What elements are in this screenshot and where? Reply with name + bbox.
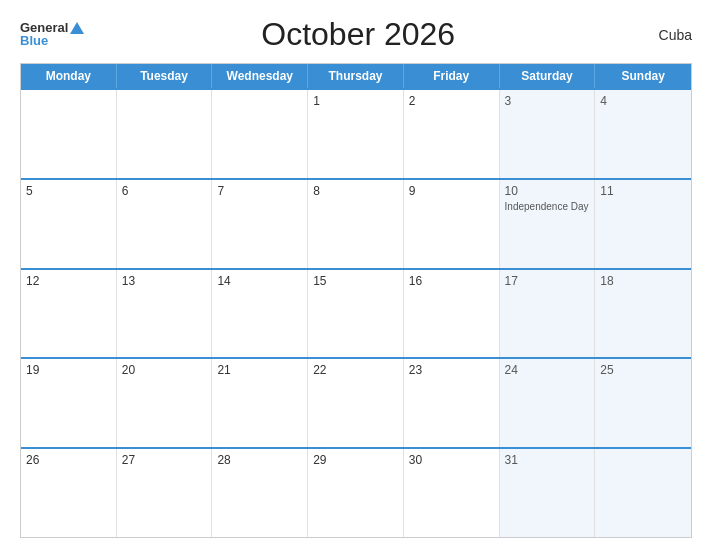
calendar-week-5: 262728293031 <box>21 447 691 537</box>
day-of-week-thursday: Thursday <box>308 64 404 88</box>
day-number: 1 <box>313 94 398 108</box>
day-number: 18 <box>600 274 686 288</box>
day-number: 8 <box>313 184 398 198</box>
day-of-week-saturday: Saturday <box>500 64 596 88</box>
calendar-cell-3: 3 <box>500 90 596 178</box>
calendar-cell-24: 24 <box>500 359 596 447</box>
day-number: 7 <box>217 184 302 198</box>
calendar-cell-12: 12 <box>21 270 117 358</box>
day-of-week-sunday: Sunday <box>595 64 691 88</box>
calendar-cell-11: 11 <box>595 180 691 268</box>
calendar-cell-empty <box>212 90 308 178</box>
calendar-cell-1: 1 <box>308 90 404 178</box>
day-number: 12 <box>26 274 111 288</box>
day-number: 20 <box>122 363 207 377</box>
calendar-header: MondayTuesdayWednesdayThursdayFridaySatu… <box>21 64 691 88</box>
calendar-cell-4: 4 <box>595 90 691 178</box>
calendar-cell-13: 13 <box>117 270 213 358</box>
day-number: 28 <box>217 453 302 467</box>
day-number: 24 <box>505 363 590 377</box>
calendar-cell-15: 15 <box>308 270 404 358</box>
calendar-cell-17: 17 <box>500 270 596 358</box>
day-number: 4 <box>600 94 686 108</box>
calendar-cell-6: 6 <box>117 180 213 268</box>
day-number: 17 <box>505 274 590 288</box>
calendar-cell-empty <box>117 90 213 178</box>
logo-blue-text: Blue <box>20 34 84 48</box>
calendar-cell-21: 21 <box>212 359 308 447</box>
calendar-cell-20: 20 <box>117 359 213 447</box>
day-number: 11 <box>600 184 686 198</box>
calendar-cell-22: 22 <box>308 359 404 447</box>
calendar-body: 12345678910Independence Day1112131415161… <box>21 88 691 537</box>
day-number: 3 <box>505 94 590 108</box>
day-number: 15 <box>313 274 398 288</box>
day-of-week-friday: Friday <box>404 64 500 88</box>
logo: General Blue <box>20 21 84 48</box>
day-number: 19 <box>26 363 111 377</box>
calendar-grid: MondayTuesdayWednesdayThursdayFridaySatu… <box>20 63 692 538</box>
calendar-cell-empty <box>21 90 117 178</box>
calendar-cell-28: 28 <box>212 449 308 537</box>
calendar-cell-26: 26 <box>21 449 117 537</box>
day-number: 14 <box>217 274 302 288</box>
event-label: Independence Day <box>505 201 590 213</box>
day-number: 27 <box>122 453 207 467</box>
page-header: General Blue October 2026 Cuba <box>20 16 692 53</box>
day-number: 5 <box>26 184 111 198</box>
calendar-cell-29: 29 <box>308 449 404 537</box>
calendar-cell-empty <box>595 449 691 537</box>
day-number: 25 <box>600 363 686 377</box>
day-number: 13 <box>122 274 207 288</box>
calendar-page: General Blue October 2026 Cuba MondayTue… <box>0 0 712 550</box>
day-of-week-monday: Monday <box>21 64 117 88</box>
calendar-cell-25: 25 <box>595 359 691 447</box>
calendar-cell-7: 7 <box>212 180 308 268</box>
calendar-cell-31: 31 <box>500 449 596 537</box>
day-number: 23 <box>409 363 494 377</box>
calendar-cell-14: 14 <box>212 270 308 358</box>
calendar-cell-5: 5 <box>21 180 117 268</box>
day-number: 2 <box>409 94 494 108</box>
calendar-week-2: 5678910Independence Day11 <box>21 178 691 268</box>
day-of-week-tuesday: Tuesday <box>117 64 213 88</box>
calendar-cell-18: 18 <box>595 270 691 358</box>
calendar-week-3: 12131415161718 <box>21 268 691 358</box>
day-number: 29 <box>313 453 398 467</box>
day-of-week-wednesday: Wednesday <box>212 64 308 88</box>
day-number: 9 <box>409 184 494 198</box>
day-number: 31 <box>505 453 590 467</box>
day-number: 6 <box>122 184 207 198</box>
calendar-cell-30: 30 <box>404 449 500 537</box>
day-number: 26 <box>26 453 111 467</box>
calendar-cell-9: 9 <box>404 180 500 268</box>
calendar-cell-23: 23 <box>404 359 500 447</box>
calendar-week-4: 19202122232425 <box>21 357 691 447</box>
page-title: October 2026 <box>84 16 632 53</box>
country-label: Cuba <box>632 27 692 43</box>
calendar-cell-27: 27 <box>117 449 213 537</box>
calendar-cell-8: 8 <box>308 180 404 268</box>
calendar-cell-10: 10Independence Day <box>500 180 596 268</box>
day-number: 10 <box>505 184 590 198</box>
calendar-cell-19: 19 <box>21 359 117 447</box>
calendar-week-1: 1234 <box>21 88 691 178</box>
day-number: 30 <box>409 453 494 467</box>
calendar-cell-16: 16 <box>404 270 500 358</box>
day-number: 16 <box>409 274 494 288</box>
day-number: 22 <box>313 363 398 377</box>
day-number: 21 <box>217 363 302 377</box>
calendar-cell-2: 2 <box>404 90 500 178</box>
